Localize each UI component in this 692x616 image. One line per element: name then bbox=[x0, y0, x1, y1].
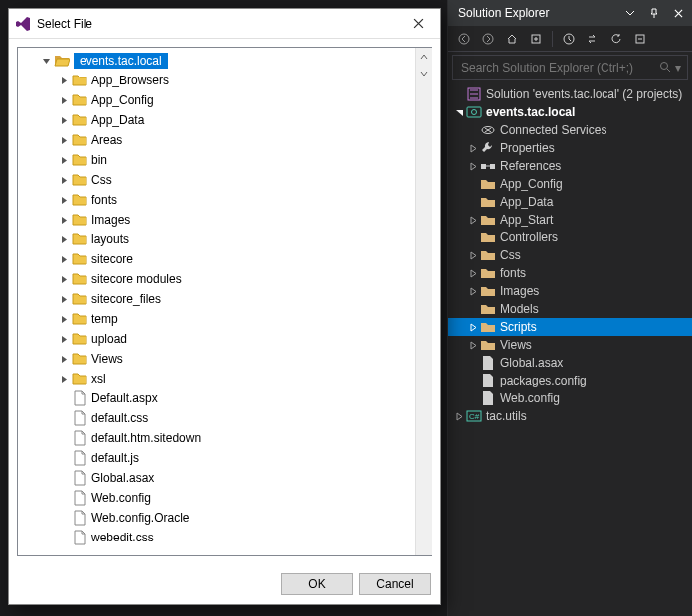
expand-icon[interactable] bbox=[466, 318, 480, 336]
expand-icon[interactable] bbox=[466, 246, 480, 264]
tree-folder[interactable]: sitecore bbox=[18, 249, 415, 269]
solution-folder[interactable]: Scripts bbox=[448, 318, 692, 336]
cancel-button[interactable]: Cancel bbox=[359, 573, 431, 595]
solution-file[interactable]: Global.asax bbox=[448, 354, 692, 372]
tree-file[interactable]: default.js bbox=[18, 448, 415, 468]
tree-folder[interactable]: Images bbox=[18, 210, 415, 230]
tree-folder[interactable]: sitecore modules bbox=[18, 269, 415, 289]
expand-icon[interactable] bbox=[56, 71, 72, 90]
expand-icon[interactable] bbox=[56, 369, 72, 388]
project-node-2[interactable]: C# tac.utils bbox=[448, 407, 692, 425]
dialog-titlebar[interactable]: Select File bbox=[9, 9, 440, 39]
expand-icon[interactable] bbox=[56, 349, 72, 369]
tree-file[interactable]: Web.config.Oracle bbox=[18, 508, 415, 528]
expand-icon[interactable] bbox=[56, 309, 72, 329]
expand-icon[interactable] bbox=[56, 150, 72, 170]
solution-explorer-header[interactable]: Solution Explorer bbox=[448, 0, 692, 26]
expand-icon[interactable] bbox=[56, 110, 72, 130]
scrollbar-down-arrow[interactable] bbox=[416, 65, 432, 81]
sync-icon[interactable] bbox=[526, 29, 546, 49]
search-input[interactable] bbox=[459, 60, 659, 76]
solution-folder[interactable]: Models bbox=[448, 300, 692, 318]
tree-folder[interactable]: bin bbox=[18, 150, 415, 170]
expand-icon[interactable] bbox=[56, 210, 72, 230]
refresh-icon[interactable] bbox=[606, 29, 626, 49]
home-icon[interactable] bbox=[502, 29, 522, 49]
scrollbar-vertical[interactable] bbox=[415, 48, 432, 555]
solution-file[interactable]: packages.config bbox=[448, 372, 692, 389]
solution-folder[interactable]: Images bbox=[448, 282, 692, 300]
tree-root[interactable]: events.tac.local bbox=[18, 51, 415, 71]
expand-icon[interactable] bbox=[452, 407, 466, 425]
expand-icon[interactable] bbox=[466, 193, 480, 211]
tree-file[interactable]: Default.aspx bbox=[18, 388, 415, 408]
tree-folder[interactable]: App_Browsers bbox=[18, 71, 415, 90]
tree-folder[interactable]: fonts bbox=[18, 190, 415, 210]
solution-file[interactable]: Web.config bbox=[448, 389, 692, 407]
solution-folder[interactable]: Css bbox=[448, 246, 692, 264]
tree-folder[interactable]: Areas bbox=[18, 130, 415, 150]
scrollbar-up-arrow[interactable] bbox=[416, 48, 432, 65]
expand-icon[interactable] bbox=[466, 175, 480, 193]
tree-folder-label: sitecore bbox=[91, 252, 133, 266]
tree-folder[interactable]: Css bbox=[18, 170, 415, 190]
ok-button[interactable]: OK bbox=[281, 573, 353, 595]
expand-icon[interactable] bbox=[56, 329, 72, 349]
search-dropdown-icon[interactable]: ▾ bbox=[675, 61, 681, 75]
tree-folder[interactable]: layouts bbox=[18, 230, 415, 249]
expand-icon[interactable] bbox=[56, 90, 72, 110]
close-icon[interactable] bbox=[668, 3, 688, 23]
expand-icon[interactable] bbox=[466, 336, 480, 354]
expand-icon[interactable] bbox=[466, 264, 480, 282]
solution-folder[interactable]: App_Config bbox=[448, 175, 692, 193]
references-node[interactable]: References bbox=[448, 157, 692, 175]
expand-icon[interactable] bbox=[56, 249, 72, 269]
solution-folder[interactable]: Controllers bbox=[448, 229, 692, 246]
solution-folder[interactable]: App_Start bbox=[448, 211, 692, 229]
tree-folder[interactable]: sitecore_files bbox=[18, 289, 415, 309]
back-icon[interactable] bbox=[454, 29, 474, 49]
tree-folder[interactable]: xsl bbox=[18, 369, 415, 388]
expand-icon[interactable] bbox=[56, 130, 72, 150]
tree-folder[interactable]: temp bbox=[18, 309, 415, 329]
expand-icon[interactable] bbox=[56, 269, 72, 289]
collapse-icon[interactable] bbox=[452, 103, 466, 121]
folder-icon bbox=[480, 301, 496, 317]
project-node[interactable]: events.tac.local bbox=[448, 103, 692, 121]
tree-file[interactable]: default.htm.sitedown bbox=[18, 428, 415, 448]
tree-folder[interactable]: upload bbox=[18, 329, 415, 349]
tree-file[interactable]: Web.config bbox=[18, 488, 415, 508]
tree-file[interactable]: webedit.css bbox=[18, 528, 415, 547]
panel-options-icon[interactable] bbox=[620, 3, 640, 23]
tree-file[interactable]: default.css bbox=[18, 408, 415, 428]
expand-icon[interactable] bbox=[466, 139, 480, 157]
sync-views-icon[interactable] bbox=[583, 29, 603, 49]
dialog-close-button[interactable] bbox=[396, 9, 440, 38]
search-box[interactable]: ▾ bbox=[452, 55, 688, 80]
properties-node[interactable]: Properties bbox=[448, 139, 692, 157]
pending-changes-icon[interactable] bbox=[559, 29, 579, 49]
solution-folder[interactable]: fonts bbox=[448, 264, 692, 282]
forward-icon[interactable] bbox=[478, 29, 498, 49]
expand-icon[interactable] bbox=[56, 230, 72, 249]
expand-icon[interactable] bbox=[466, 229, 480, 246]
connected-services-node[interactable]: Connected Services bbox=[448, 121, 692, 139]
tree-folder[interactable]: Views bbox=[18, 349, 415, 369]
expand-icon[interactable] bbox=[466, 282, 480, 300]
expand-icon[interactable] bbox=[466, 157, 480, 175]
pin-icon[interactable] bbox=[644, 3, 664, 23]
collapse-icon[interactable] bbox=[38, 51, 54, 71]
collapse-all-icon[interactable] bbox=[630, 29, 650, 49]
search-icon[interactable] bbox=[659, 61, 671, 76]
expand-icon[interactable] bbox=[56, 190, 72, 210]
expand-icon[interactable] bbox=[466, 211, 480, 229]
tree-file[interactable]: Global.asax bbox=[18, 468, 415, 488]
solution-node[interactable]: Solution 'events.tac.local' (2 projects) bbox=[448, 85, 692, 103]
expand-icon[interactable] bbox=[56, 289, 72, 309]
tree-folder[interactable]: App_Config bbox=[18, 90, 415, 110]
solution-folder[interactable]: App_Data bbox=[448, 193, 692, 211]
expand-icon[interactable] bbox=[56, 170, 72, 190]
expand-icon[interactable] bbox=[466, 300, 480, 318]
tree-folder[interactable]: App_Data bbox=[18, 110, 415, 130]
solution-folder[interactable]: Views bbox=[448, 336, 692, 354]
